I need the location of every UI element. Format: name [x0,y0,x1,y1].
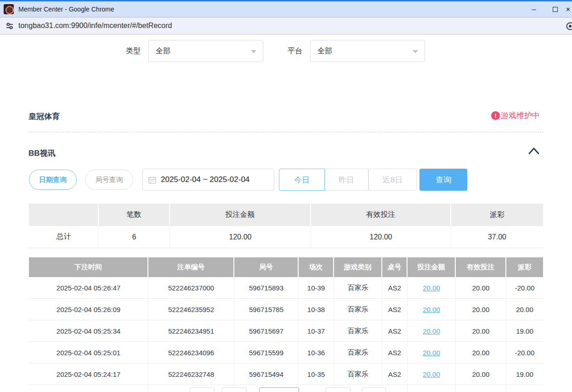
bet-table-header-cell: 投注金额 [408,257,456,277]
table-cell: 百家乐 [334,364,382,385]
bet-table-header-cell: 有效投注 [456,257,506,277]
table-cell: 百家乐 [334,277,382,298]
table-cell: 2025-02-04 05:24:17 [29,364,148,385]
table-row: 2025-02-04 05:26:47522246237000596715893… [29,277,543,299]
type-filter-select[interactable]: 全部 [148,40,263,62]
bet-amount-link[interactable]: 20.00 [423,327,440,335]
table-cell: 596715785 [234,299,299,320]
filter-row: 类型 全部 平台 全部 [0,40,572,62]
extension-eye-icon[interactable] [566,22,572,31]
table-row: 2025-02-04 05:25:34522246234951596715697… [29,320,543,342]
site-favicon [4,4,14,14]
site-settings-icon[interactable] [6,22,14,30]
table-cell: AS2 [382,320,408,341]
table-cell: 20.00 [408,385,456,392]
date-range-input[interactable]: 2025-02-04 ~ 2025-02-04 [142,169,274,191]
bet-records-table: 下注时间注单编号局号场次游戏类别桌号投注金额有效投注派彩 2025-02-04 … [29,257,543,392]
type-filter-value: 全部 [156,46,170,56]
query-toolbar: 日期查询 局号查询 2025-02-04 ~ 2025-02-04 今日 昨日 … [0,169,572,191]
chevron-up-icon[interactable] [528,146,540,156]
summary-header-cell: 有效投注 [311,204,451,226]
bet-table-header-cell: 下注时间 [29,257,148,277]
date-query-tab[interactable]: 日期查询 [29,170,77,190]
pagination-button[interactable] [325,387,351,392]
table-cell: AS2 [382,299,408,320]
summary-value-cell: 120.00 [170,226,311,248]
table-cell: 596715494 [234,364,299,385]
table-cell: 2025-02-04 05:25:34 [29,320,148,341]
table-cell: 20.00 [506,299,543,320]
table-cell: 20.00 [456,320,506,341]
summary-value-cell: 120.00 [311,226,451,248]
table-cell: 522246232748 [148,364,234,385]
table-cell: 20.00 [408,364,456,385]
table-row: 2025-02-04 05:24:17522246232748596715494… [29,364,543,385]
platform-filter-select[interactable]: 全部 [310,40,425,62]
window-title-bar: Member Center - Google Chrome ─ ✕ [0,0,572,17]
table-cell: 522246234096 [148,342,234,363]
table-cell: 20.00 [408,342,456,363]
last-8-days-button[interactable]: 近8日 [368,169,417,191]
table-cell: AS2 [382,385,408,392]
round-query-tab[interactable]: 局号查询 [85,170,133,190]
table-cell: 10-39 [299,277,334,298]
calendar-icon [148,176,156,184]
table-cell: 522246237000 [148,277,234,298]
pagination-button[interactable] [362,387,386,392]
summary-header-cell: 笔数 [99,204,170,226]
pagination-button[interactable] [222,387,247,392]
bet-table-header-cell: 场次 [299,257,334,277]
url-text[interactable]: tongbao31.com:9900/infe/mcenter/#/betRec… [18,22,172,30]
table-cell: 10-36 [299,342,334,363]
summary-header-row: 笔数投注金额有效投注派彩 [29,204,543,226]
table-cell: 19.00 [506,385,543,392]
table-cell: 20.00 [456,277,506,298]
window-title: Member Center - Google Chrome [18,6,114,13]
table-cell: 10-38 [299,299,334,320]
close-button[interactable]: ✕ [566,1,572,17]
bet-amount-link[interactable]: 20.00 [423,349,440,357]
section-divider [28,132,544,132]
platform-filter-value: 全部 [317,46,332,56]
bet-table-header-cell: 派彩 [506,257,543,277]
platform-filter-label: 平台 [288,46,302,56]
quick-range-group: 今日 昨日 近8日 [279,169,417,191]
bet-amount-link[interactable]: 20.00 [423,370,440,378]
maintenance-badge: ! 游戏维护中 [491,110,540,121]
maintenance-text: 游戏维护中 [501,110,540,121]
today-button[interactable]: 今日 [279,169,325,191]
yesterday-button[interactable]: 昨日 [325,169,368,191]
pagination-page-input[interactable] [259,387,299,392]
table-cell: 596715697 [234,320,299,341]
address-bar[interactable]: tongbao31.com:9900/infe/mcenter/#/betRec… [0,17,572,34]
section-title-crown-sports: 皇冠体育 [28,111,60,122]
table-cell: AS2 [382,342,408,363]
bet-table-header-cell: 注单编号 [148,257,234,277]
table-cell: 522246234951 [148,320,234,341]
bet-amount-link[interactable]: 20.00 [423,284,440,292]
table-cell: 596715599 [234,342,299,363]
table-cell: 20.00 [408,299,456,320]
table-cell: 百家乐 [334,299,382,320]
table-row: 2025-02-04 05:26:09522246235952596715785… [29,299,543,320]
table-cell: 2025-02-04 05:25:01 [29,342,148,363]
table-cell: 20.00 [456,342,506,363]
table-cell: -20.00 [506,342,543,363]
search-button[interactable]: 查询 [419,169,467,191]
table-cell: 10-37 [299,320,334,341]
summary-header-cell [29,204,99,226]
table-cell: 百家乐 [334,342,382,363]
chevron-down-icon [251,50,256,53]
table-cell: 19.00 [506,364,543,385]
table-cell: 20.00 [408,277,456,298]
bet-table-header-row: 下注时间注单编号局号场次游戏类别桌号投注金额有效投注派彩 [29,257,543,277]
bet-amount-link[interactable]: 20.00 [423,306,440,313]
summary-header-cell: 投注金额 [170,204,311,226]
chevron-down-icon [413,50,418,53]
pagination-button[interactable] [190,387,215,392]
table-row: 2025-02-04 05:25:01522246234096596715599… [29,342,543,364]
maximize-button[interactable] [544,1,566,17]
table-cell: 20.00 [456,364,506,385]
table-cell: 20.00 [456,299,506,320]
minimize-button[interactable]: ─ [523,1,544,17]
